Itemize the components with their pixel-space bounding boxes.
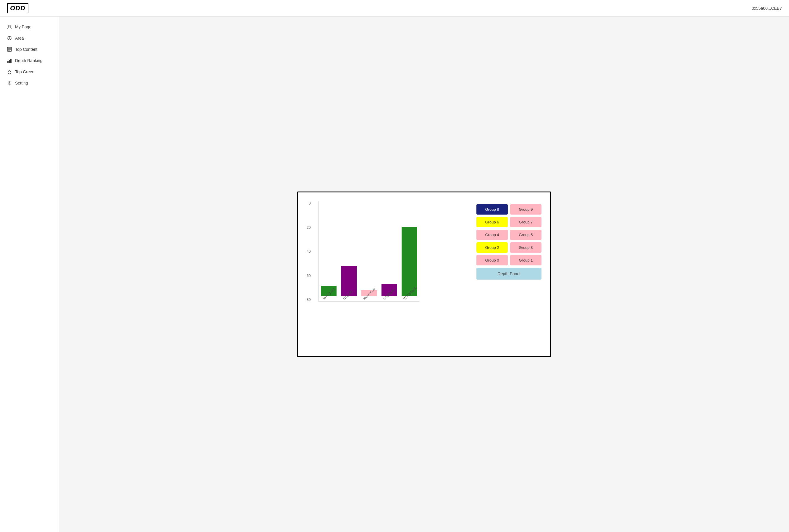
top-content-icon bbox=[7, 47, 12, 52]
top-green-icon bbox=[7, 69, 12, 75]
y-label-20: 20 bbox=[307, 226, 311, 230]
sidebar-item-setting-label: Setting bbox=[15, 81, 28, 86]
depth-panel-legend[interactable]: Depth Panel bbox=[476, 268, 542, 280]
chart-container: 80 60 40 20 0 WTC(Left)UT(Left)KickerCoi… bbox=[297, 191, 551, 357]
legend-item-group-1[interactable]: Group 1 bbox=[510, 255, 542, 265]
svg-point-0 bbox=[8, 25, 10, 27]
area-icon bbox=[7, 36, 12, 41]
svg-rect-9 bbox=[10, 59, 12, 63]
legend-item-group-8[interactable]: Group 8 bbox=[476, 204, 508, 214]
legend-item-group-5[interactable]: Group 5 bbox=[510, 230, 542, 240]
svg-point-1 bbox=[8, 36, 11, 40]
y-label-80: 80 bbox=[307, 298, 311, 302]
sidebar-item-depth-ranking-label: Depth Ranking bbox=[15, 58, 42, 63]
legend-item-group-6[interactable]: Group 6 bbox=[476, 217, 508, 227]
legend-row-3: Group 2Group 3 bbox=[476, 242, 542, 253]
y-label-0: 0 bbox=[309, 201, 311, 205]
sidebar-item-top-green[interactable]: Top Green bbox=[0, 66, 59, 77]
svg-rect-8 bbox=[9, 60, 10, 63]
y-label-60: 60 bbox=[307, 274, 311, 278]
sidebar-item-top-content-label: Top Content bbox=[15, 47, 38, 52]
legend-item-group-7[interactable]: Group 7 bbox=[510, 217, 542, 227]
sidebar: My Page Area Top Content bbox=[0, 17, 59, 532]
legend-item-group-4[interactable]: Group 4 bbox=[476, 230, 508, 240]
header: ODD 0x55a00...CEB7 bbox=[0, 0, 789, 17]
bars-area: WTC(Left)UT(Left)KickerCoinUT(Right)WTC(… bbox=[318, 201, 419, 302]
sidebar-item-my-page[interactable]: My Page bbox=[0, 21, 59, 33]
bar-group-1: UT(Left) bbox=[341, 219, 357, 302]
sidebar-item-area[interactable]: Area bbox=[0, 33, 59, 44]
svg-point-10 bbox=[9, 82, 10, 84]
depth-ranking-icon bbox=[7, 58, 12, 63]
bar-group-4: WTC(Right) bbox=[402, 219, 417, 302]
bar-group-0: WTC(Left) bbox=[321, 219, 336, 302]
y-label-40: 40 bbox=[307, 249, 311, 253]
sidebar-item-depth-ranking[interactable]: Depth Ranking bbox=[0, 55, 59, 66]
bar-group-2: KickerCoin bbox=[361, 219, 377, 302]
layout: My Page Area Top Content bbox=[0, 17, 789, 532]
bar-chart-wrapper: 80 60 40 20 0 WTC(Left)UT(Left)KickerCoi… bbox=[307, 201, 464, 320]
legend-row-0: Group 8Group 9 bbox=[476, 204, 542, 214]
bar-chart: 80 60 40 20 0 WTC(Left)UT(Left)KickerCoi… bbox=[307, 201, 464, 320]
legend-row-4: Group 0Group 1 bbox=[476, 255, 542, 265]
sidebar-item-top-content[interactable]: Top Content bbox=[0, 44, 59, 55]
logo: ODD bbox=[7, 3, 29, 13]
legend-item-group-9[interactable]: Group 9 bbox=[510, 204, 542, 214]
bar-group-3: UT(Right) bbox=[382, 219, 397, 302]
setting-icon bbox=[7, 80, 12, 86]
legend-item-group-3[interactable]: Group 3 bbox=[510, 242, 542, 253]
user-icon bbox=[7, 24, 12, 30]
legend-row-2: Group 4Group 5 bbox=[476, 230, 542, 240]
sidebar-item-top-green-label: Top Green bbox=[15, 70, 34, 74]
svg-point-2 bbox=[9, 38, 10, 39]
main-content: 80 60 40 20 0 WTC(Left)UT(Left)KickerCoi… bbox=[59, 17, 789, 532]
sidebar-item-area-label: Area bbox=[15, 36, 24, 40]
legend-area: Group 8Group 9Group 6Group 7Group 4Group… bbox=[476, 201, 542, 280]
svg-rect-7 bbox=[7, 61, 8, 63]
legend-row-1: Group 6Group 7 bbox=[476, 217, 542, 227]
sidebar-item-setting[interactable]: Setting bbox=[0, 77, 59, 89]
y-axis: 80 60 40 20 0 bbox=[307, 201, 313, 302]
legend-item-group-2[interactable]: Group 2 bbox=[476, 242, 508, 253]
wallet-address: 0x55a00...CEB7 bbox=[752, 6, 782, 11]
sidebar-item-my-page-label: My Page bbox=[15, 24, 31, 29]
legend-item-group-0[interactable]: Group 0 bbox=[476, 255, 508, 265]
